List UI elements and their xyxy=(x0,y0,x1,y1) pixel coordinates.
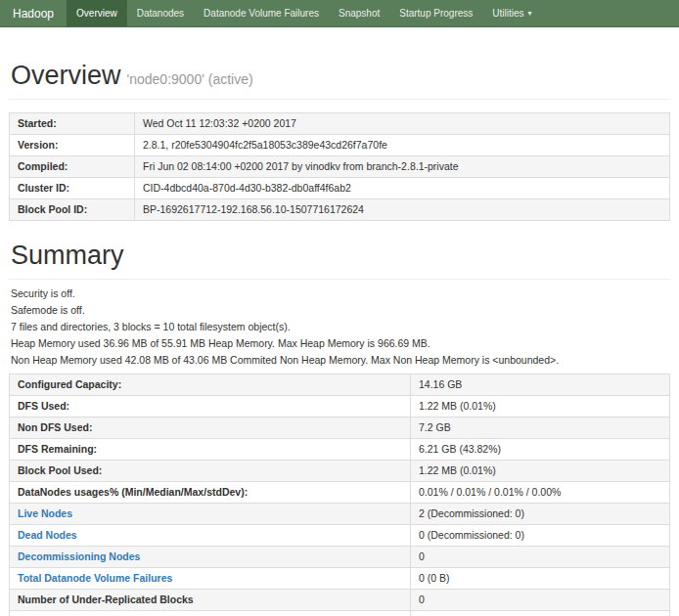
row-value: 0 xyxy=(411,590,670,611)
decommissioning-nodes-link[interactable]: Decommissioning Nodes xyxy=(18,550,140,562)
table-row: Version: 2.8.1, r20fe5304904fc2f5a18053c… xyxy=(10,135,670,156)
row-label: Compiled: xyxy=(10,156,135,178)
row-value: 1.22 MB (0.01%) xyxy=(411,461,670,482)
row-label: Block Pool ID: xyxy=(10,199,135,221)
row-value: 6.21 GB (43.82%) xyxy=(411,439,670,461)
table-row: Cluster ID: CID-4dbcd40a-870d-4d30-b382-… xyxy=(10,178,670,199)
table-row: Live Nodes 2 (Decommissioned: 0) xyxy=(10,504,670,525)
row-label: DataNodes usages% (Min/Median/Max/stdDev… xyxy=(10,482,411,504)
table-row: Configured Capacity: 14.16 GB xyxy=(10,374,670,396)
overview-header: Overview'node0:9000' (active) xyxy=(9,61,670,100)
table-row: Compiled: Fri Jun 02 08:14:00 +0200 2017… xyxy=(10,156,670,178)
row-value: 1.22 MB (0.01%) xyxy=(411,396,670,418)
namenode-address-label: 'node0:9000' (active) xyxy=(127,71,253,87)
security-status-text: Security is off. xyxy=(11,288,670,299)
row-label: Dead Nodes xyxy=(10,525,411,547)
total-datanode-volume-failures-link[interactable]: Total Datanode Volume Failures xyxy=(18,572,172,584)
table-row: DFS Used: 1.22 MB (0.01%) xyxy=(10,396,670,418)
row-value: 7.2 GB xyxy=(411,418,670,439)
row-value: CID-4dbcd40a-870d-4d30-b382-db0aff4f6ab2 xyxy=(135,178,670,199)
row-label: Total Datanode Volume Failures xyxy=(10,568,411,590)
table-row: DFS Remaining: 6.21 GB (43.82%) xyxy=(10,439,670,461)
row-value: 2.8.1, r20fe5304904fc2f5a18053c389e43cd2… xyxy=(135,135,670,156)
safemode-status-text: Safemode is off. xyxy=(11,305,670,316)
table-row: Dead Nodes 0 (Decommissioned: 0) xyxy=(10,525,670,547)
table-row: Block Pool Used: 1.22 MB (0.01%) xyxy=(10,461,670,482)
row-value: 0 (0 B) xyxy=(411,568,670,590)
nav-item-datanode-volume-failures[interactable]: Datanode Volume Failures xyxy=(194,0,329,26)
row-label: DFS Remaining: xyxy=(10,439,411,461)
nav-item-utilities[interactable]: Utilities ▾ xyxy=(482,0,541,26)
nav-item-datanodes[interactable]: Datanodes xyxy=(127,0,194,26)
row-value: 0 xyxy=(411,547,670,568)
row-label: Live Nodes xyxy=(10,504,411,525)
row-label: Block Pool Used: xyxy=(10,461,411,482)
row-label: Decommissioning Nodes xyxy=(10,547,411,568)
table-row: Total Datanode Volume Failures 0 (0 B) xyxy=(10,568,670,590)
live-nodes-link[interactable]: Live Nodes xyxy=(18,507,72,519)
nav-item-startup-progress[interactable]: Startup Progress xyxy=(389,0,482,26)
nav-item-snapshot[interactable]: Snapshot xyxy=(329,0,389,26)
row-label: DFS Used: xyxy=(10,396,411,418)
summary-notes: Security is off. Safemode is off. 7 file… xyxy=(9,288,670,366)
summary-header: Summary xyxy=(9,241,670,280)
row-value: 14.16 GB xyxy=(411,374,670,396)
filesystem-objects-text: 7 files and directories, 3 blocks = 10 t… xyxy=(11,322,670,332)
row-value: 0 xyxy=(411,611,670,616)
summary-title: Summary xyxy=(11,241,670,271)
nav-item-overview[interactable]: Overview xyxy=(67,0,127,26)
row-value: 2 (Decommissioned: 0) xyxy=(411,504,670,525)
overview-heading-text: Overview xyxy=(11,61,121,90)
row-value: 0 (Decommissioned: 0) xyxy=(411,525,670,547)
row-value: BP-1692617712-192.168.56.10-150771617262… xyxy=(135,199,670,221)
summary-table: Configured Capacity: 14.16 GB DFS Used: … xyxy=(9,374,670,616)
page-content: Overview'node0:9000' (active) Started: W… xyxy=(0,61,679,616)
heap-memory-text: Heap Memory used 36.96 MB of 55.91 MB He… xyxy=(11,338,670,349)
row-value: Wed Oct 11 12:03:32 +0200 2017 xyxy=(135,113,670,135)
table-row: DataNodes usages% (Min/Median/Max/stdDev… xyxy=(10,482,670,504)
top-navbar: Hadoop Overview Datanodes Datanode Volum… xyxy=(0,0,679,27)
row-label: Number of Under-Replicated Blocks xyxy=(10,590,411,611)
row-value: Fri Jun 02 08:14:00 +0200 2017 by vinodk… xyxy=(135,156,670,178)
table-row: Number of Blocks Pending Deletion 0 xyxy=(10,611,670,616)
table-row: Number of Under-Replicated Blocks 0 xyxy=(10,590,670,611)
nav-item-utilities-label: Utilities xyxy=(492,8,523,19)
non-heap-memory-text: Non Heap Memory used 42.08 MB of 43.06 M… xyxy=(11,355,670,366)
row-label: Started: xyxy=(10,113,135,135)
row-label: Configured Capacity: xyxy=(10,374,411,396)
caret-down-icon: ▾ xyxy=(528,10,532,18)
table-row: Block Pool ID: BP-1692617712-192.168.56.… xyxy=(10,199,670,221)
overview-info-table: Started: Wed Oct 11 12:03:32 +0200 2017 … xyxy=(9,112,670,221)
row-value: 0.01% / 0.01% / 0.01% / 0.00% xyxy=(411,482,670,504)
row-label: Version: xyxy=(10,135,135,156)
table-row: Started: Wed Oct 11 12:03:32 +0200 2017 xyxy=(10,113,670,135)
table-row: Non DFS Used: 7.2 GB xyxy=(10,418,670,439)
page-title: Overview'node0:9000' (active) xyxy=(11,61,670,91)
row-label: Non DFS Used: xyxy=(10,418,411,439)
table-row: Decommissioning Nodes 0 xyxy=(10,547,670,568)
dead-nodes-link[interactable]: Dead Nodes xyxy=(18,529,77,541)
navbar-brand[interactable]: Hadoop xyxy=(0,0,67,26)
row-label: Number of Blocks Pending Deletion xyxy=(10,611,411,616)
row-label: Cluster ID: xyxy=(10,178,135,199)
